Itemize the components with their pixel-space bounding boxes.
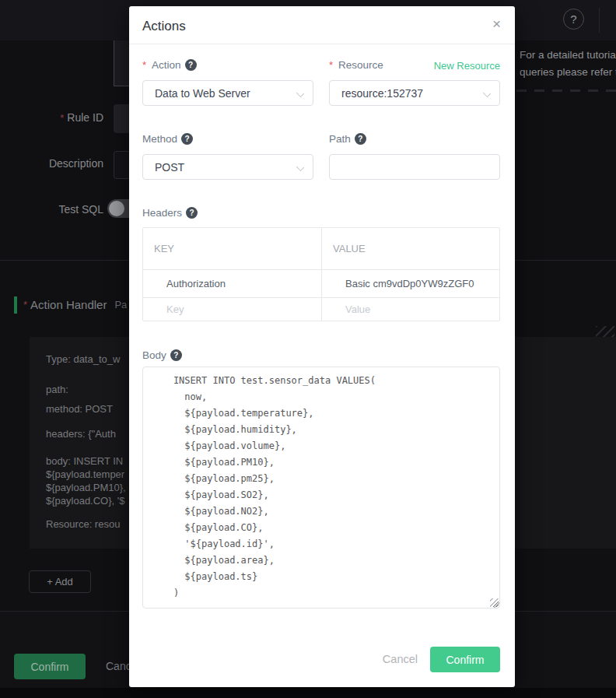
action-select[interactable]: Data to Web Server (142, 80, 313, 106)
required-asterisk: * (329, 59, 333, 71)
new-resource-link[interactable]: New Resource (434, 60, 500, 72)
help-circle-icon[interactable]: ? (181, 133, 193, 145)
required-asterisk: * (142, 59, 146, 71)
action-label: * Action ? (142, 59, 197, 71)
headers-table-header-row: KEY VALUE (143, 228, 499, 269)
modal-cancel-button[interactable]: Cancel (383, 653, 418, 665)
action-handler-label: Action Handler (30, 298, 107, 311)
tutorial-line-2: queries please refer to (520, 64, 616, 81)
chevron-down-icon (297, 90, 303, 96)
dashed-separator (516, 89, 616, 92)
description-label: Description (0, 157, 103, 170)
tab-bottom-border (114, 86, 129, 86)
modal-confirm-button[interactable]: Confirm (430, 647, 500, 672)
add-action-button[interactable]: + Add (29, 570, 91, 593)
help-circle-icon[interactable]: ? (186, 207, 198, 219)
resource-label: * Resource (329, 59, 383, 71)
help-circle-icon[interactable]: ? (185, 59, 197, 71)
body-textarea[interactable]: INSERT INTO test.sensor_data VALUES( now… (142, 367, 500, 609)
path-label: Path ? (329, 133, 366, 145)
section-accent-bar (14, 296, 17, 314)
active-tab-remnant (114, 40, 129, 86)
header-key-cell[interactable]: Authorization (143, 270, 322, 297)
modal-header-divider (129, 44, 515, 44)
header-value-input[interactable]: Value (322, 298, 499, 321)
method-label: Method ? (142, 133, 193, 145)
modal-title: Actions (142, 19, 186, 34)
resource-select[interactable]: resource:152737 (329, 80, 500, 106)
actions-modal: Actions × * Action ? * Resource New Reso… (129, 6, 515, 687)
key-column-header: KEY (143, 228, 322, 269)
method-select-value: POST (155, 161, 184, 174)
table-row: Authorization Basic cm9vdDp0YW9zZGF0 (143, 269, 499, 297)
body-label: Body ? (142, 349, 182, 361)
header-divider (599, 8, 600, 33)
help-icon[interactable]: ? (563, 9, 584, 30)
headers-table: KEY VALUE Authorization Basic cm9vdDp0YW… (142, 227, 500, 321)
help-circle-icon[interactable]: ? (355, 133, 366, 145)
tutorial-hint-text: For a detailed tutorial queries please r… (520, 47, 616, 81)
action-select-value: Data to Web Server (155, 87, 250, 100)
close-icon[interactable]: × (492, 16, 501, 31)
action-handler-hint: Pa (114, 299, 127, 310)
page-confirm-button[interactable]: Confirm (14, 654, 86, 679)
bottom-bar (0, 688, 616, 698)
tutorial-line-1: For a detailed tutorial (520, 47, 616, 64)
resource-select-value: resource:152737 (341, 87, 423, 100)
header-key-input[interactable]: Key (143, 298, 322, 321)
rule-id-label: *Rule ID (0, 111, 103, 124)
toggle-knob-icon (109, 201, 124, 216)
help-circle-icon[interactable]: ? (170, 349, 182, 361)
required-asterisk: * (23, 299, 27, 310)
headers-label: Headers ? (142, 207, 198, 219)
table-row: Key Value (143, 297, 499, 321)
method-select[interactable]: POST (142, 154, 313, 180)
chevron-down-icon (484, 90, 490, 96)
test-sql-label: Test SQL (0, 203, 103, 216)
chevron-down-icon (297, 164, 303, 170)
header-value-cell[interactable]: Basic cm9vdDp0YW9zZGF0 (322, 270, 499, 297)
action-handler-section-header: * Action Handler Pa (14, 296, 127, 314)
required-asterisk: * (60, 112, 64, 124)
path-input[interactable] (329, 154, 500, 180)
value-column-header: VALUE (322, 228, 499, 269)
